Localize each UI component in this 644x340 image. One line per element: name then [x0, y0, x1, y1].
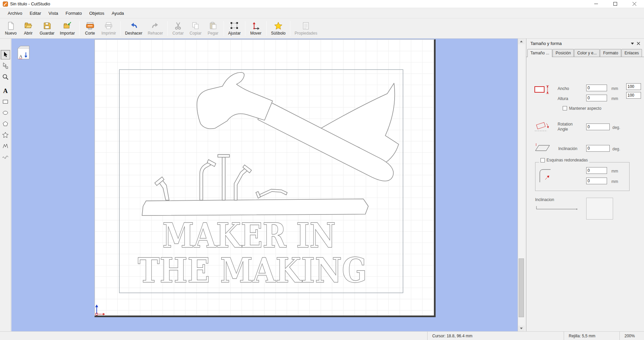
keep-aspect-label: Mantener aspecto	[569, 106, 601, 111]
minimize-icon	[594, 2, 598, 6]
size-dimension-icon	[534, 84, 551, 96]
rotation-input[interactable]	[586, 124, 610, 130]
toolbar-button-imprimir[interactable]: Imprimir	[99, 20, 119, 37]
maximize-icon	[613, 2, 617, 6]
width-input[interactable]	[586, 85, 607, 91]
toolbar-button-corte[interactable]: Corte	[81, 20, 99, 37]
drawing-page[interactable]: MAKER IN THE MAKING	[94, 39, 436, 317]
height-percent-input[interactable]	[626, 92, 641, 99]
star-symbol-icon	[274, 21, 283, 30]
inclination-preview-box	[586, 198, 613, 220]
corner-radius-input-2[interactable]	[586, 178, 607, 184]
panel-close-button[interactable]	[635, 41, 641, 47]
skew-input[interactable]	[586, 145, 610, 152]
vertical-scrollbar[interactable]	[518, 39, 525, 331]
tool-polyline[interactable]	[1, 141, 10, 151]
menu-editar[interactable]: Editar	[26, 9, 45, 17]
statusbar: Cursor: 18.8, 96.4 mm Rejilla: 5,5 mm 20…	[0, 331, 644, 340]
corner-radius-input-1[interactable]	[586, 167, 607, 174]
menubar: Archivo Editar Vista Formato Objetos Ayu…	[0, 8, 644, 18]
board-outline	[142, 199, 368, 216]
toolbar-button-deshacer[interactable]: Deshacer	[122, 20, 145, 37]
tab-tamano[interactable]: Tamaño ...	[527, 49, 552, 57]
tab-enlaces[interactable]: Enlaces	[621, 49, 642, 57]
toolbar-separator	[290, 21, 290, 36]
tool-ellipse[interactable]	[1, 108, 10, 117]
minimize-button[interactable]	[587, 0, 606, 8]
panel-title: Tamaño y forma	[530, 41, 629, 46]
tab-color[interactable]: Color y e...	[574, 49, 600, 57]
rounded-corners-checkbox[interactable]	[540, 158, 545, 162]
height-input[interactable]	[586, 95, 607, 101]
tool-rectangle[interactable]	[1, 97, 10, 106]
tool-star[interactable]	[1, 130, 10, 140]
toolbar-button-simbolo[interactable]: Súŝbolo	[268, 20, 288, 37]
toolbar-button-nuevo[interactable]: Nuevo	[2, 20, 19, 37]
ellipse-icon	[2, 109, 9, 116]
tool-zoom[interactable]	[1, 72, 10, 82]
toolbar-button-mover[interactable]: Mover	[247, 20, 265, 37]
scroll-up-button[interactable]	[518, 39, 525, 44]
save-floppy-icon	[43, 21, 51, 30]
toolbar-button-ajustar[interactable]: Ajustar	[226, 20, 243, 37]
width-percent-input[interactable]	[626, 83, 641, 90]
design-text-line2: THE MAKING	[138, 250, 367, 290]
inclination-label: Inclinacion	[535, 197, 554, 202]
cursor-arrow-icon	[2, 51, 9, 58]
magnifier-icon	[2, 74, 9, 80]
menu-ayuda[interactable]: Ayuda	[108, 9, 128, 17]
rounded-corners-label: Esquinas redondeadas	[547, 158, 588, 162]
design-artwork: MAKER IN THE MAKING	[95, 40, 434, 315]
page-setup-icon[interactable]: A	[16, 44, 31, 60]
node-arrow-icon	[2, 62, 9, 69]
work-area[interactable]: A	[11, 39, 518, 331]
rounded-corners-legend: Esquinas redondeadas	[539, 158, 589, 162]
width-label: Ancho	[558, 86, 569, 91]
toolbar-button-rehacer[interactable]: Rehacer	[145, 20, 165, 37]
keep-aspect-checkbox[interactable]	[563, 106, 567, 110]
rectangle-icon	[2, 98, 9, 105]
tab-posicion[interactable]: Posición	[553, 49, 574, 57]
cut-plotter-icon	[86, 21, 94, 30]
tab-formato[interactable]: Formato	[600, 49, 621, 57]
toolbar-button-copiar[interactable]: Copiar	[187, 20, 204, 37]
toolbar-button-guardar[interactable]: Guardar	[37, 20, 57, 37]
main-area: A A	[0, 39, 644, 331]
tool-curve[interactable]	[1, 152, 10, 162]
tool-text[interactable]: A	[1, 86, 10, 95]
tool-select[interactable]	[1, 50, 10, 59]
maximize-button[interactable]	[606, 0, 625, 8]
tool-palette: A	[0, 39, 11, 331]
inclination-slider[interactable]	[535, 204, 579, 213]
corner-radius-unit-2: mm	[611, 179, 618, 184]
scroll-down-button[interactable]	[518, 326, 525, 331]
paste-clipboard-icon	[209, 21, 217, 30]
toolbar-button-propiedades[interactable]: Propiedades	[292, 20, 320, 37]
statusbar-spacer	[0, 332, 427, 340]
toolbar-separator	[266, 21, 267, 36]
menu-formato[interactable]: Formato	[62, 9, 85, 17]
move-origin-icon	[251, 21, 260, 30]
menu-vista[interactable]: Vista	[45, 9, 62, 17]
menu-objetos[interactable]: Objetos	[85, 9, 108, 17]
arrow-up-icon	[520, 41, 523, 42]
close-button[interactable]	[625, 0, 644, 8]
toolbar-button-pegar[interactable]: Pegar	[204, 20, 222, 37]
scrollbar-thumb[interactable]	[519, 258, 524, 317]
nails-outline	[155, 155, 287, 200]
tool-node-edit[interactable]	[1, 61, 10, 70]
app-icon	[3, 1, 8, 7]
menu-archivo[interactable]: Archivo	[4, 9, 26, 17]
toolbar-button-cortar[interactable]: Cortar	[169, 20, 187, 37]
toolbar-button-importar[interactable]: Importar	[57, 20, 78, 37]
toolbar-button-abrir[interactable]: Abrir	[19, 20, 37, 37]
rotation-label-line1: Rotation	[558, 122, 573, 127]
close-icon	[637, 42, 640, 45]
panel-menu-button[interactable]	[629, 41, 635, 47]
scrollbar-track[interactable]	[518, 44, 525, 326]
statusbar-zoom: 200%	[619, 332, 644, 340]
titlebar: Sin título - CutStudio	[0, 0, 644, 8]
tool-polygon[interactable]	[1, 119, 10, 129]
toolbar-separator	[224, 21, 224, 36]
properties-sheet-icon	[301, 21, 310, 30]
